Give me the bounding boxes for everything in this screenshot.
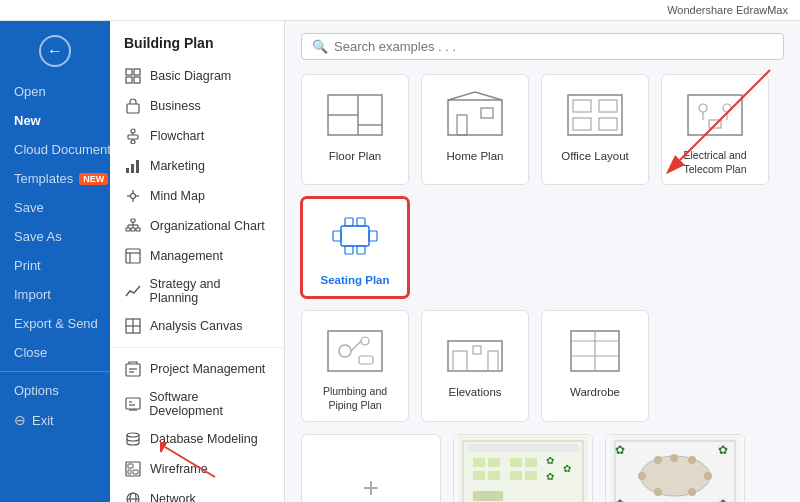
svg-rect-72: [333, 231, 341, 241]
electrical-telecom-svg: [683, 90, 747, 140]
template-card-elevations[interactable]: Elevations: [421, 310, 529, 421]
svg-rect-12: [136, 160, 139, 173]
svg-rect-115: [670, 454, 678, 462]
sidebar-item-import[interactable]: Import: [0, 280, 110, 309]
template-card-electrical-telecom[interactable]: Electrical and Telecom Plan: [661, 74, 769, 185]
new-label: New: [14, 113, 41, 128]
svg-text:✿: ✿: [615, 443, 625, 457]
category-item-database[interactable]: Database Modeling: [110, 424, 284, 454]
svg-rect-111: [654, 456, 662, 464]
template-card-seating-plan[interactable]: Seating Plan: [301, 197, 409, 298]
category-item-network[interactable]: Network: [110, 484, 284, 502]
app-name: Wondershare EdrawMax: [667, 4, 788, 16]
network-label: Network: [150, 492, 196, 502]
svg-text:✿: ✿: [563, 463, 571, 474]
category-item-flowchart[interactable]: Flowchart: [110, 121, 284, 151]
category-item-basic[interactable]: Basic Diagram: [110, 61, 284, 91]
svg-rect-97: [525, 458, 537, 467]
svg-rect-75: [357, 246, 365, 254]
template-card-home-plan[interactable]: Home Plan: [421, 74, 529, 185]
sidebar-item-exit[interactable]: ⊖ Exit: [0, 405, 110, 435]
svg-point-67: [723, 104, 731, 112]
svg-rect-3: [134, 77, 140, 83]
template-card-office-layout[interactable]: Office Layout: [541, 74, 649, 185]
sidebar-item-cloud[interactable]: Cloud Documents: [0, 135, 110, 164]
top-bar: Wondershare EdrawMax: [0, 0, 800, 21]
svg-rect-113: [654, 488, 662, 496]
office-layout-icon-area: [559, 87, 631, 143]
sidebar-item-close[interactable]: Close: [0, 338, 110, 367]
wireframe-label: Wireframe: [150, 462, 208, 476]
sidebar-item-print[interactable]: Print: [0, 251, 110, 280]
svg-rect-0: [126, 69, 132, 75]
orgchart-label: Organizational Chart: [150, 219, 265, 233]
svg-point-80: [361, 337, 369, 345]
category-item-analysis[interactable]: Analysis Canvas: [110, 311, 284, 341]
office-layout-svg: [563, 90, 627, 140]
svg-rect-85: [473, 346, 481, 354]
category-item-mindmap[interactable]: Mind Map: [110, 181, 284, 211]
template-card-floor-plan[interactable]: Floor Plan: [301, 74, 409, 185]
svg-rect-112: [688, 456, 696, 464]
svg-rect-11: [131, 164, 134, 173]
svg-rect-82: [359, 356, 373, 364]
svg-text:✿: ✿: [546, 471, 554, 482]
marketing-label: Marketing: [150, 159, 205, 173]
example-card-14-seat[interactable]: ✿ ✿ ✿ 14 Seat Class Room: [453, 434, 593, 503]
svg-rect-33: [126, 364, 140, 376]
category-item-software[interactable]: Software Development: [110, 384, 284, 424]
back-button[interactable]: ←: [39, 35, 71, 67]
14-seat-svg: ✿ ✿ ✿: [458, 436, 588, 503]
sidebar-item-open[interactable]: Open: [0, 77, 110, 106]
svg-point-108: [640, 456, 710, 496]
sidebar-item-save[interactable]: Save: [0, 193, 110, 222]
sidebar-item-new[interactable]: New: [0, 106, 110, 135]
svg-rect-42: [128, 464, 133, 468]
svg-rect-101: [525, 471, 537, 480]
svg-rect-61: [573, 100, 591, 112]
sidebar-item-templates[interactable]: Templates NEW: [0, 164, 110, 193]
svg-rect-74: [345, 246, 353, 254]
svg-rect-95: [488, 458, 500, 467]
home-plan-svg: [443, 90, 507, 140]
flowchart-label: Flowchart: [150, 129, 204, 143]
category-item-business[interactable]: Business: [110, 91, 284, 121]
svg-rect-70: [709, 120, 721, 128]
business-icon: [124, 97, 142, 115]
sidebar-item-options[interactable]: Options: [0, 376, 110, 405]
category-item-marketing[interactable]: Marketing: [110, 151, 284, 181]
category-item-strategy[interactable]: Strategy and Planning: [110, 271, 284, 311]
category-item-orgchart[interactable]: Organizational Chart: [110, 211, 284, 241]
search-input[interactable]: [334, 39, 773, 54]
svg-rect-20: [131, 228, 135, 231]
category-item-project[interactable]: Project Management: [110, 354, 284, 384]
example-card-conference[interactable]: ✿ ✿ ✿ ✿ Conference Room: [605, 434, 745, 503]
search-icon: 🔍: [312, 39, 328, 54]
electrical-telecom-icon-area: [679, 87, 751, 143]
template-card-plumbing[interactable]: Plumbing and Piping Plan: [301, 310, 409, 421]
svg-text:✿: ✿: [718, 443, 728, 457]
sidebar-item-save-as[interactable]: Save As: [0, 222, 110, 251]
svg-rect-10: [126, 168, 129, 173]
svg-rect-99: [488, 471, 500, 480]
add-new-button[interactable]: +: [301, 434, 441, 503]
template-card-wardrobe[interactable]: Wardrobe: [541, 310, 649, 421]
svg-rect-57: [448, 100, 502, 135]
elevations-svg: [443, 326, 507, 376]
svg-point-40: [127, 433, 139, 437]
sidebar-item-export[interactable]: Export & Send: [0, 309, 110, 338]
search-bar: 🔍: [301, 33, 784, 60]
svg-point-79: [339, 345, 351, 357]
database-label: Database Modeling: [150, 432, 258, 446]
category-item-management[interactable]: Management: [110, 241, 284, 271]
plumbing-svg: [323, 326, 387, 376]
svg-rect-84: [453, 351, 467, 371]
category-panel: Building Plan Basic Diagram Business Flo…: [110, 21, 285, 502]
import-label: Import: [14, 287, 51, 302]
category-item-wireframe[interactable]: Wireframe: [110, 454, 284, 484]
svg-rect-78: [328, 331, 382, 371]
options-label: Options: [14, 383, 59, 398]
save-label: Save: [14, 200, 44, 215]
svg-rect-71: [341, 226, 369, 246]
exit-label: Exit: [32, 413, 54, 428]
